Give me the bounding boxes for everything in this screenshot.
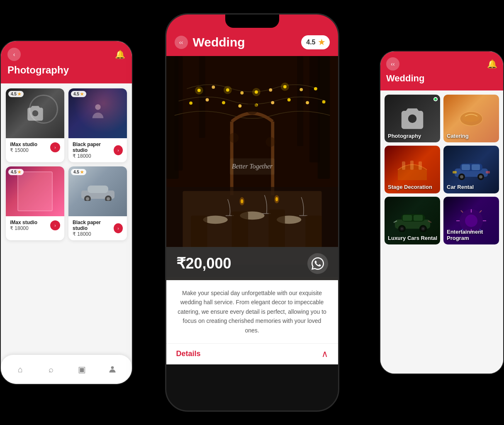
nav-search[interactable]: ⌕ — [42, 360, 60, 379]
left-back-button[interactable]: ‹ — [7, 48, 21, 61]
right-back-button[interactable]: ‹‹ — [386, 57, 399, 71]
service-img-entertainment: Entertainment Program — [443, 197, 499, 244]
back-icon: ‹ — [13, 51, 15, 58]
svg-text:Better Together: Better Together — [232, 163, 273, 170]
svg-point-26 — [222, 101, 225, 104]
price-label: ₹20,000 — [176, 255, 231, 272]
card-price-3: ₹ 18000 — [10, 225, 37, 231]
left-content: 4.5 ★ iMax studio ₹ 15000 › — [1, 83, 132, 368]
svg-point-85 — [465, 215, 477, 227]
photo-grid: 4.5 ★ iMax studio ₹ 15000 › — [6, 88, 127, 240]
svg-point-50 — [239, 197, 244, 205]
service-img-stage: Stage Decoration — [385, 146, 440, 193]
service-label-catering: Catering — [447, 133, 469, 139]
card-arrow-4[interactable]: › — [114, 223, 123, 233]
card-arrow-3[interactable]: › — [50, 220, 60, 230]
svg-line-90 — [461, 210, 463, 212]
nav-bookings[interactable]: ▣ — [73, 360, 91, 379]
bottom-nav: ⌂ ⌕ ▣ — [1, 355, 132, 384]
hero-image: Better Together — [166, 56, 338, 280]
center-back-button[interactable]: ‹‹ — [175, 36, 188, 49]
service-img-catering: Catering — [443, 95, 499, 142]
photo-card-1[interactable]: 4.5 ★ iMax studio ₹ 15000 › — [6, 88, 64, 162]
rating-badge-3: 4.5 ★ — [8, 169, 24, 175]
service-label-luxury-car: Luxury Cars Rental — [388, 235, 437, 241]
bell-icon[interactable]: 🔔 — [115, 49, 125, 59]
svg-point-51 — [275, 197, 278, 201]
svg-point-39 — [246, 102, 258, 115]
service-card-stage[interactable]: Stage Decoration — [385, 146, 440, 193]
svg-point-21 — [283, 85, 286, 88]
svg-point-83 — [422, 228, 424, 230]
center-back-icon: ‹‹ — [179, 39, 183, 46]
svg-point-27 — [238, 104, 241, 107]
center-phone: ‹‹ Wedding 4.5 ★ — [165, 13, 339, 412]
card-arrow-2[interactable]: › — [114, 145, 123, 155]
card-price-1: ₹ 15000 — [10, 147, 37, 153]
svg-point-30 — [287, 98, 290, 102]
svg-rect-54 — [231, 212, 248, 249]
photo-card-3[interactable]: 4.5 ★ iMax studio ₹ 18000 › — [6, 166, 64, 240]
nav-profile[interactable] — [103, 360, 122, 379]
svg-point-7 — [111, 366, 114, 369]
nav-home[interactable]: ⌂ — [11, 360, 29, 379]
service-card-car-rental[interactable]: Car Rental — [443, 146, 499, 193]
svg-point-70 — [460, 175, 463, 178]
svg-point-41 — [265, 137, 275, 147]
svg-point-16 — [212, 85, 215, 89]
svg-point-33 — [195, 86, 203, 95]
service-card-catering[interactable]: Catering — [443, 95, 499, 142]
svg-rect-53 — [191, 215, 207, 248]
svg-point-47 — [240, 212, 264, 220]
left-header: ‹ 🔔 Photography — [1, 41, 132, 83]
left-phone: ‹ 🔔 Photography — [0, 40, 133, 385]
svg-point-5 — [86, 197, 89, 200]
card-info-2: Black paper studio ₹ 18000 › — [68, 138, 127, 162]
svg-rect-56 — [305, 215, 321, 248]
card-info-4: Black paper studio ₹ 18000 › — [68, 216, 127, 240]
svg-point-71 — [479, 175, 482, 178]
svg-point-25 — [205, 98, 209, 102]
svg-point-17 — [226, 88, 229, 92]
details-button[interactable]: Details — [176, 349, 201, 358]
whatsapp-button[interactable] — [307, 253, 328, 274]
svg-line-91 — [480, 210, 482, 212]
rating-badge-1: 4.5 ★ — [8, 91, 24, 97]
right-back-icon: ‹‹ — [391, 61, 394, 67]
service-card-luxury-car[interactable]: Luxury Cars Rental — [385, 197, 440, 244]
svg-point-19 — [254, 90, 258, 94]
service-img-car-rental: Car Rental — [443, 146, 499, 193]
svg-rect-55 — [268, 210, 285, 249]
card-arrow-1[interactable]: › — [50, 142, 60, 152]
svg-rect-67 — [472, 164, 480, 170]
star-icon-4: ★ — [80, 170, 84, 174]
svg-rect-76 — [403, 215, 412, 221]
service-card-entertainment[interactable]: Entertainment Program — [443, 197, 499, 244]
svg-rect-57 — [166, 56, 338, 277]
service-img-photography: Photography — [385, 95, 440, 142]
right-content: Photography Catering — [380, 90, 503, 374]
svg-rect-12 — [309, 56, 319, 162]
right-bell-icon[interactable]: 🔔 — [487, 59, 497, 69]
svg-point-49 — [241, 199, 243, 203]
svg-rect-72 — [453, 171, 457, 173]
svg-point-18 — [240, 91, 243, 95]
photo-card-2[interactable]: 4.5 ★ Black paper studio ₹ 18000 › — [68, 88, 127, 162]
card-image-3: 4.5 ★ — [6, 166, 64, 216]
service-card-photography[interactable]: Photography — [385, 95, 440, 142]
photo-card-4[interactable]: 4.5 ★ Black paper studio ₹ 18000 › — [68, 166, 127, 240]
svg-rect-63 — [419, 161, 422, 170]
svg-rect-10 — [174, 56, 183, 171]
notch — [225, 15, 279, 28]
chevron-up-icon[interactable]: ∧ — [321, 349, 328, 359]
card-image-4: 4.5 ★ — [68, 166, 127, 216]
card-price-4: ₹ 18000 — [73, 231, 114, 237]
star-icon-1: ★ — [17, 92, 21, 96]
service-grid: Photography Catering — [385, 95, 499, 244]
service-label-entertainment: Entertainment Program — [447, 229, 499, 241]
service-img-luxury-car: Luxury Cars Rental — [385, 197, 440, 244]
svg-rect-60 — [398, 170, 427, 180]
description-text: Make your special day unforgettable with… — [166, 280, 338, 343]
svg-rect-42 — [229, 158, 274, 174]
svg-point-22 — [299, 88, 303, 91]
